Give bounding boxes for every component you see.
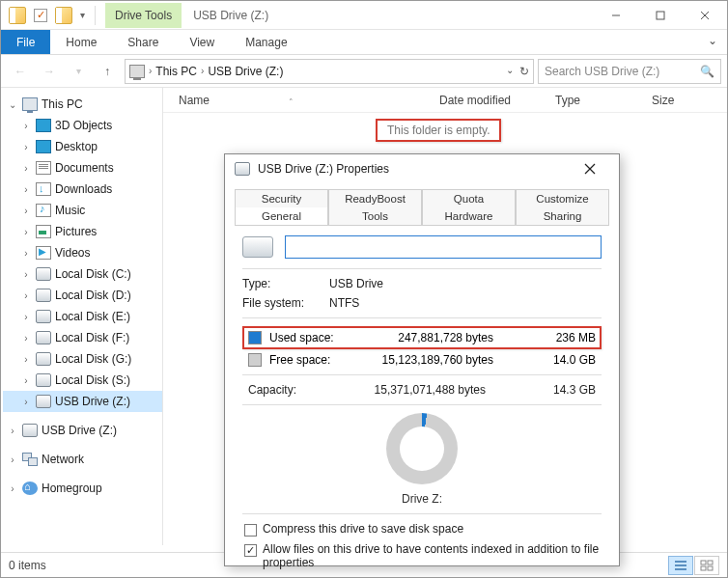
svg-rect-7	[701, 561, 706, 564]
search-box[interactable]: 🔍	[538, 59, 721, 84]
file-tab[interactable]: File	[1, 30, 50, 54]
free-label: Free space:	[269, 353, 350, 367]
qat-dropdown-icon[interactable]: ▾	[80, 10, 85, 20]
tree-network[interactable]: ›Network	[3, 449, 162, 470]
tree-item[interactable]: ›Desktop	[3, 136, 162, 157]
column-size[interactable]: Size	[636, 94, 694, 107]
tab-hardware[interactable]: Hardware	[422, 207, 516, 225]
search-input[interactable]	[545, 65, 694, 78]
column-name[interactable]: Name˄	[163, 94, 424, 107]
dialog-close-button[interactable]	[571, 163, 609, 175]
free-swatch	[248, 353, 262, 367]
capacity-human: 14.3 GB	[486, 383, 602, 397]
tab-general[interactable]: General	[235, 207, 328, 225]
address-bar[interactable]: › This PC › USB Drive (Z:) ⌄ ↻	[125, 59, 534, 84]
desktop-icon	[36, 140, 51, 153]
window-title: USB Drive (Z:)	[182, 3, 280, 28]
fs-value: NTFS	[329, 296, 493, 310]
tree-item[interactable]: ›Documents	[3, 157, 162, 179]
manage-tab[interactable]: Manage	[230, 30, 302, 54]
sort-indicator-icon: ˄	[289, 97, 294, 107]
tree-item[interactable]: ›Music	[3, 200, 162, 221]
tree-item[interactable]: ›Videos	[3, 242, 162, 263]
network-icon	[22, 453, 38, 466]
tab-readyboost[interactable]: ReadyBoost	[328, 189, 422, 207]
tree-item[interactable]: ›Local Disk (S:)	[3, 370, 162, 391]
home-tab[interactable]: Home	[50, 30, 112, 54]
back-button[interactable]: ←	[7, 59, 34, 84]
column-type[interactable]: Type	[540, 94, 636, 107]
tab-customize[interactable]: Customize	[516, 189, 609, 207]
index-checkbox[interactable]	[244, 544, 257, 557]
minimize-button[interactable]	[594, 1, 638, 30]
chevron-right-icon[interactable]: ›	[149, 66, 152, 76]
compress-checkbox[interactable]	[244, 524, 257, 537]
fs-label: File system:	[242, 296, 329, 310]
search-icon: 🔍	[700, 65, 714, 78]
svg-rect-9	[701, 566, 706, 570]
details-view-icon	[674, 560, 687, 571]
free-bytes: 15,123,189,760 bytes	[358, 353, 493, 367]
compress-checkbox-row[interactable]: Compress this drive to save disk space	[242, 522, 602, 537]
free-human: 14.0 GB	[501, 353, 602, 367]
disk-icon	[36, 331, 51, 344]
tree-item-usb[interactable]: ›USB Drive (Z:)	[3, 391, 162, 412]
properties-dialog: USB Drive (Z:) Properties Security Ready…	[224, 153, 620, 566]
svg-rect-5	[675, 564, 686, 566]
documents-icon	[36, 161, 51, 175]
drive-label-input[interactable]	[285, 235, 602, 259]
qat-checkbox[interactable]: ✓	[34, 9, 47, 22]
nav-tree[interactable]: ⌄This PC ›3D Objects ›Desktop ›Documents…	[1, 88, 163, 545]
type-value: USB Drive	[329, 277, 493, 290]
tree-this-pc[interactable]: ⌄This PC	[3, 94, 162, 115]
used-swatch	[248, 331, 262, 344]
forward-button[interactable]: →	[36, 59, 63, 84]
usb-icon	[235, 162, 250, 176]
index-checkbox-row[interactable]: Allow files on this drive to have conten…	[242, 542, 602, 569]
close-button[interactable]	[683, 1, 727, 30]
icons-view-button[interactable]	[694, 556, 719, 575]
tree-homegroup[interactable]: ›Homegroup	[3, 478, 162, 499]
column-date[interactable]: Date modified	[424, 94, 540, 107]
address-dropdown-icon[interactable]: ⌄	[506, 65, 514, 78]
tree-item[interactable]: ›Pictures	[3, 221, 162, 242]
tree-item[interactable]: ›Local Disk (C:)	[3, 263, 162, 285]
tree-usb[interactable]: ›USB Drive (Z:)	[3, 420, 162, 441]
disk-icon	[36, 267, 51, 281]
type-label: Type:	[242, 277, 329, 290]
tree-item[interactable]: ›Local Disk (F:)	[3, 327, 162, 348]
column-headers[interactable]: Name˄ Date modified Type Size	[163, 88, 727, 113]
tab-sharing[interactable]: Sharing	[516, 207, 609, 225]
svg-rect-8	[708, 561, 713, 564]
breadcrumb-location[interactable]: USB Drive (Z:)	[208, 65, 283, 78]
pictures-icon	[36, 225, 51, 238]
music-icon	[36, 204, 51, 217]
used-bytes: 247,881,728 bytes	[358, 331, 493, 344]
details-view-button[interactable]	[668, 556, 693, 575]
tree-item[interactable]: ›Local Disk (E:)	[3, 306, 162, 327]
disk-icon	[36, 289, 51, 302]
breadcrumb-this-pc[interactable]: This PC	[155, 65, 197, 78]
pc-icon	[129, 65, 145, 78]
used-space-row: Used space: 247,881,728 bytes 236 MB	[242, 326, 602, 349]
maximize-button[interactable]	[638, 1, 683, 30]
tree-item[interactable]: ›3D Objects	[3, 115, 162, 136]
svg-rect-10	[708, 566, 713, 570]
ribbon-expand-icon[interactable]: ⌄	[698, 30, 727, 54]
share-tab[interactable]: Share	[112, 30, 174, 54]
refresh-icon[interactable]: ↻	[519, 65, 529, 78]
chevron-right-icon[interactable]: ›	[201, 66, 204, 76]
history-dropdown-icon[interactable]: ▾	[65, 59, 92, 84]
up-button[interactable]: ↑	[94, 59, 121, 84]
tab-tools[interactable]: Tools	[328, 207, 422, 225]
drive-tools-tab[interactable]: Drive Tools	[105, 3, 182, 28]
tab-quota[interactable]: Quota	[422, 189, 516, 207]
divider	[242, 404, 602, 405]
tree-item[interactable]: ›Local Disk (G:)	[3, 348, 162, 370]
tree-item[interactable]: ›Downloads	[3, 179, 162, 200]
tree-item[interactable]: ›Local Disk (D:)	[3, 285, 162, 306]
icons-view-icon	[700, 560, 714, 571]
tab-security[interactable]: Security	[235, 189, 328, 207]
drive-icon	[242, 236, 273, 258]
view-tab[interactable]: View	[174, 30, 230, 54]
